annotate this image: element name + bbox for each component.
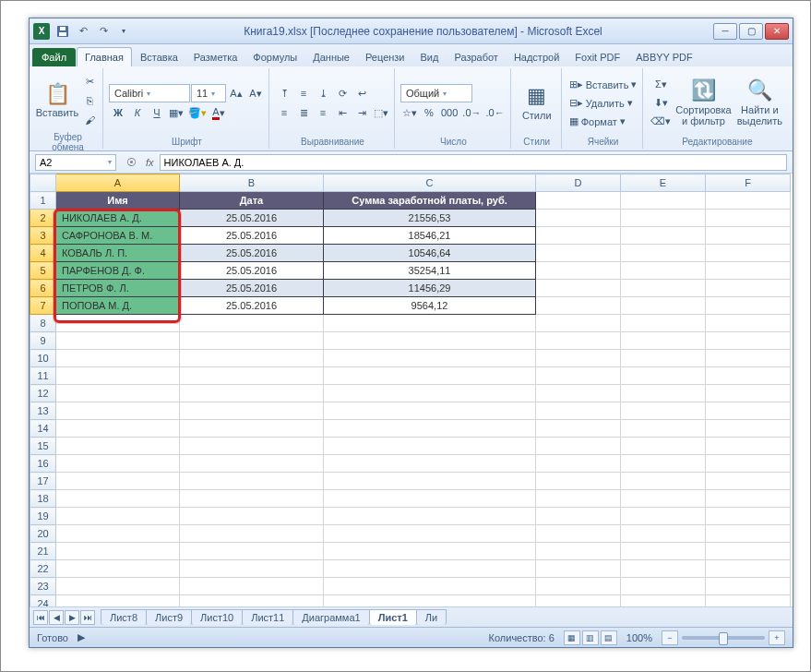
cell-name[interactable]: ПОПОВА М. Д. [56,297,180,315]
cell-sum[interactable]: 21556,53 [324,210,536,227]
currency-icon[interactable]: ☆▾ [400,103,419,122]
cell[interactable] [706,367,791,385]
cell[interactable] [621,210,706,227]
cell[interactable] [621,350,706,367]
cell[interactable] [706,227,791,245]
cell-date[interactable]: 25.05.2016 [180,245,324,262]
cell[interactable] [706,262,791,280]
cell[interactable] [56,438,180,455]
zoom-slider[interactable] [682,636,765,640]
view-layout-icon[interactable]: ▥ [582,630,599,645]
cell-date[interactable]: 25.05.2016 [180,297,324,315]
cell[interactable] [56,543,180,560]
paste-button[interactable]: 📋Вставить [37,70,78,131]
row-header[interactable]: 12 [30,385,56,402]
tab-layout[interactable]: Разметка [186,48,245,66]
cell[interactable] [706,315,791,332]
border-button[interactable]: ▦▾ [167,103,185,122]
row-header[interactable]: 11 [30,367,56,385]
row-header[interactable]: 22 [30,560,56,578]
cell[interactable] [56,367,180,385]
increase-decimal-icon[interactable]: .0→ [460,103,483,122]
row-header[interactable]: 20 [30,525,56,543]
cell[interactable] [324,455,536,473]
view-normal-icon[interactable]: ▦ [564,630,580,645]
cell[interactable] [536,192,621,210]
cell[interactable] [180,473,324,490]
cell[interactable] [536,245,621,262]
cell[interactable] [706,332,791,350]
cell[interactable] [621,455,706,473]
merge-cells-icon[interactable]: ⬚▾ [372,103,390,122]
cell[interactable] [536,455,621,473]
tab-addins[interactable]: Надстрой [507,48,567,66]
cell[interactable] [621,402,706,420]
font-color-button[interactable]: A▾ [209,103,228,122]
cell[interactable] [180,420,324,438]
cell[interactable] [324,473,536,490]
cell[interactable] [180,578,324,595]
cell[interactable] [56,560,180,578]
fill-color-button[interactable]: 🪣▾ [186,103,209,122]
row-header[interactable]: 19 [30,508,56,525]
row-header[interactable]: 1 [30,192,56,210]
cell[interactable] [180,315,324,332]
grow-font-icon[interactable]: A▴ [227,84,245,102]
cell[interactable] [536,525,621,543]
cell[interactable] [56,332,180,350]
row-header[interactable]: 24 [30,595,56,607]
cell[interactable] [536,297,621,315]
cell-date[interactable]: 25.05.2016 [180,262,324,280]
cell[interactable] [621,508,706,525]
cell[interactable] [706,508,791,525]
tab-home[interactable]: Главная [77,47,132,66]
cell-date[interactable]: 25.05.2016 [180,210,324,227]
cell[interactable] [536,508,621,525]
tab-file[interactable]: Файл [32,48,76,66]
qat-dropdown-icon[interactable]: ▾ [114,22,133,41]
sheet-tab[interactable]: Диаграмма1 [292,609,369,625]
row-header[interactable]: 16 [30,455,56,473]
cell[interactable] [621,473,706,490]
cell-date[interactable]: 25.05.2016 [180,227,324,245]
cell[interactable] [324,543,536,560]
macro-icon[interactable]: ▶ [78,631,85,643]
zoom-out-button[interactable]: − [662,630,678,645]
cell[interactable] [621,315,706,332]
cell[interactable] [180,350,324,367]
tab-review[interactable]: Рецензи [358,48,412,66]
select-all-corner[interactable] [30,174,56,192]
cell[interactable] [536,367,621,385]
orientation-icon[interactable]: ⟳ [333,84,352,102]
cell[interactable] [56,402,180,420]
cell-name[interactable]: ПЕТРОВ Ф. Л. [56,280,180,297]
align-left-icon[interactable]: ≡ [275,103,293,122]
table-header-name[interactable]: Имя [56,192,180,210]
cell[interactable] [56,578,180,595]
bold-button[interactable]: Ж [109,103,127,122]
row-header[interactable]: 8 [30,315,56,332]
align-center-icon[interactable]: ≣ [294,103,313,122]
row-header[interactable]: 3 [30,227,56,245]
cell[interactable] [180,367,324,385]
cell[interactable] [706,210,791,227]
cell[interactable] [56,490,180,508]
sheet-tab[interactable]: Лист9 [146,609,192,625]
styles-button[interactable]: ▦Стили [517,73,557,134]
cell[interactable] [536,315,621,332]
cell[interactable] [324,525,536,543]
cell[interactable] [536,210,621,227]
row-header[interactable]: 23 [30,578,56,595]
cut-icon[interactable]: ✂ [80,72,99,90]
clear-icon[interactable]: ⌫▾ [649,113,673,131]
cell[interactable] [706,455,791,473]
cell[interactable] [536,578,621,595]
qat-redo-icon[interactable]: ↷ [94,22,113,41]
shrink-font-icon[interactable]: A▾ [246,84,265,102]
cell[interactable] [536,438,621,455]
cell[interactable] [324,490,536,508]
row-header[interactable]: 17 [30,473,56,490]
tab-dev[interactable]: Разработ [447,48,505,66]
sheet-nav-last-icon[interactable]: ⏭ [80,610,95,625]
copy-icon[interactable]: ⎘ [80,91,99,110]
